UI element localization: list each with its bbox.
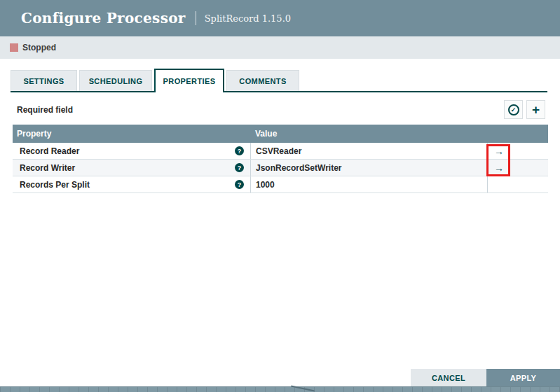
- column-header-property: Property: [13, 129, 250, 139]
- help-icon[interactable]: ?: [235, 180, 244, 189]
- verify-properties-button[interactable]: ✓: [504, 100, 523, 119]
- property-value: CSVReader: [256, 146, 301, 156]
- table-row-record-reader: Record Reader ? CSVReader →: [13, 143, 548, 160]
- configure-processor-dialog: Configure Processor SplitRecord 1.15.0 S…: [0, 0, 560, 392]
- property-value-cell[interactable]: CSVReader: [250, 143, 487, 159]
- table-row-records-per-split: Records Per Split ? 1000: [13, 176, 548, 193]
- dialog-tabs: SETTINGS SCHEDULING PROPERTIES COMMENTS: [11, 70, 547, 92]
- properties-table: Property Value Record Reader ? CSVReader…: [13, 125, 548, 193]
- cancel-button[interactable]: CANCEL: [411, 369, 486, 387]
- check-circle-icon: ✓: [508, 104, 519, 115]
- stopped-status-icon: [10, 43, 18, 52]
- status-label: Stopped: [22, 43, 56, 52]
- help-icon[interactable]: ?: [235, 146, 244, 155]
- title-divider: [196, 11, 196, 25]
- column-header-actions: [487, 125, 548, 143]
- property-name: Record Reader: [20, 146, 79, 156]
- table-header-row: Property Value: [13, 125, 548, 143]
- tab-properties[interactable]: PROPERTIES: [154, 69, 224, 92]
- go-to-controller-service-icon[interactable]: →: [494, 146, 504, 156]
- processor-name-version: SplitRecord 1.15.0: [205, 13, 291, 24]
- add-property-button[interactable]: +: [526, 100, 545, 119]
- plus-icon: +: [532, 103, 540, 116]
- help-icon[interactable]: ?: [235, 163, 244, 172]
- table-row-record-writer: Record Writer ? JsonRecordSetWriter →: [13, 160, 548, 176]
- nifi-canvas-strip: [0, 386, 560, 392]
- tab-settings[interactable]: SETTINGS: [11, 70, 77, 91]
- required-field-label: Required field: [17, 105, 73, 115]
- property-value: 1000: [256, 180, 275, 190]
- apply-button[interactable]: APPLY: [486, 369, 560, 387]
- go-to-controller-service-icon[interactable]: →: [494, 163, 504, 173]
- tab-comments[interactable]: COMMENTS: [226, 70, 299, 91]
- property-value: JsonRecordSetWriter: [256, 163, 341, 173]
- dialog-header: Configure Processor SplitRecord 1.15.0: [0, 0, 560, 36]
- tab-scheduling[interactable]: SCHEDULING: [79, 70, 152, 91]
- dialog-title: Configure Processor: [21, 10, 186, 27]
- column-header-value: Value: [250, 125, 487, 143]
- status-bar: Stopped: [0, 36, 560, 59]
- property-name: Record Writer: [20, 163, 75, 173]
- property-value-cell[interactable]: JsonRecordSetWriter: [250, 160, 487, 176]
- property-name: Records Per Split: [20, 180, 90, 190]
- property-value-cell[interactable]: 1000: [250, 176, 487, 192]
